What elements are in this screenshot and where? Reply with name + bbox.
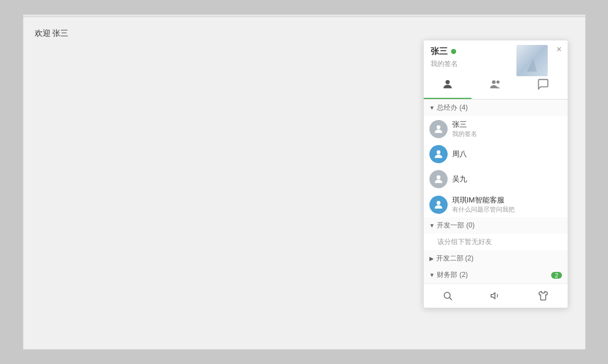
sound-icon (490, 291, 501, 301)
search-icon (442, 291, 453, 301)
search-button[interactable] (437, 288, 458, 303)
arrow-down-icon-kaifa1: ▼ (429, 222, 435, 229)
contact-item-wujiu[interactable]: 吴九 (424, 167, 568, 192)
svg-point-5 (436, 175, 440, 179)
svg-point-1 (492, 80, 495, 84)
online-indicator (451, 49, 456, 54)
tab-messages[interactable] (519, 73, 567, 99)
contact-name-zhangsan: 张三 (452, 119, 562, 130)
tab-contacts[interactable] (424, 73, 471, 99)
contact-name-qiqi: 琪琪IM智能客服 (452, 195, 562, 205)
contact-info-qiqi: 琪琪IM智能客服 有什么问题尽管问我把 (452, 195, 562, 214)
no-friends-kaifa1: 该分组下暂无好友 (424, 234, 568, 250)
contact-info-wujiu: 吴九 (452, 174, 562, 184)
contact-item-zhangsan[interactable]: 张三 我的签名 (424, 116, 568, 142)
group-header-kaifa2[interactable]: ▶ 开发二部 (2) (424, 250, 568, 267)
avatar-wujiu (429, 170, 448, 188)
avatar-qiqi (429, 196, 448, 214)
arrow-down-icon-caiwu: ▼ (429, 272, 435, 278)
panel-username: 张三 (431, 46, 448, 57)
contact-item-zhouba[interactable]: 周八 (424, 142, 568, 167)
shirt-icon (538, 291, 548, 301)
contact-info-zhouba: 周八 (452, 149, 562, 159)
svg-point-6 (436, 201, 440, 205)
panel-header: 张三 我的签名 × (424, 40, 568, 73)
avatar-zhangsan (429, 120, 448, 138)
contact-status-zhangsan: 我的签名 (452, 130, 562, 138)
contact-list[interactable]: ▼ 总经办 (4) 张三 我的签名 (424, 100, 568, 283)
main-window: 欢迎 张三 张三 我的签名 × (23, 14, 586, 350)
svg-point-7 (444, 292, 450, 299)
group-name-kaifa1: 开发一部 (0) (437, 221, 561, 230)
group-header-zongjingban[interactable]: ▼ 总经办 (4) (424, 100, 568, 116)
svg-line-8 (449, 297, 452, 300)
arrow-down-icon: ▼ (429, 105, 435, 111)
window-body: 欢迎 张三 张三 我的签名 × (23, 17, 585, 349)
svg-point-0 (445, 80, 449, 84)
group-name-zongjingban: 总经办 (4) (437, 103, 561, 113)
panel-toolbar (424, 283, 568, 308)
person-group-icon (489, 78, 502, 93)
contact-panel: 张三 我的签名 × (423, 40, 568, 308)
group-header-caiwu[interactable]: ▼ 财务部 (2) 2 (424, 267, 568, 283)
svg-point-3 (436, 125, 440, 129)
contact-name-wujiu: 吴九 (452, 174, 562, 184)
tab-bar (424, 73, 568, 100)
arrow-right-icon-kaifa2: ▶ (429, 255, 434, 262)
avatar-zhouba (429, 145, 448, 163)
avatar-image (516, 45, 548, 76)
contact-status-qiqi: 有什么问题尽管问我把 (452, 205, 562, 214)
person-single-icon (441, 78, 454, 93)
contact-info-zhangsan: 张三 我的签名 (452, 119, 562, 138)
chat-icon (537, 78, 549, 93)
tab-groups[interactable] (471, 73, 519, 99)
group-name-kaifa2: 开发二部 (2) (436, 254, 562, 263)
svg-point-4 (436, 150, 440, 154)
group-header-kaifa1[interactable]: ▼ 开发一部 (0) (424, 217, 568, 234)
contact-name-zhouba: 周八 (452, 149, 562, 159)
close-button[interactable]: × (556, 45, 561, 54)
avatar-area (516, 45, 548, 76)
sound-button[interactable] (485, 288, 506, 303)
contact-item-qiqi[interactable]: 琪琪IM智能客服 有什么问题尽管问我把 (424, 192, 568, 217)
settings-button[interactable] (532, 288, 554, 303)
svg-point-2 (497, 81, 500, 84)
group-name-caiwu: 财务部 (2) (437, 270, 551, 280)
svg-marker-9 (491, 293, 495, 299)
group-badge-caiwu: 2 (551, 272, 561, 279)
welcome-text: 欢迎 张三 (35, 28, 69, 39)
